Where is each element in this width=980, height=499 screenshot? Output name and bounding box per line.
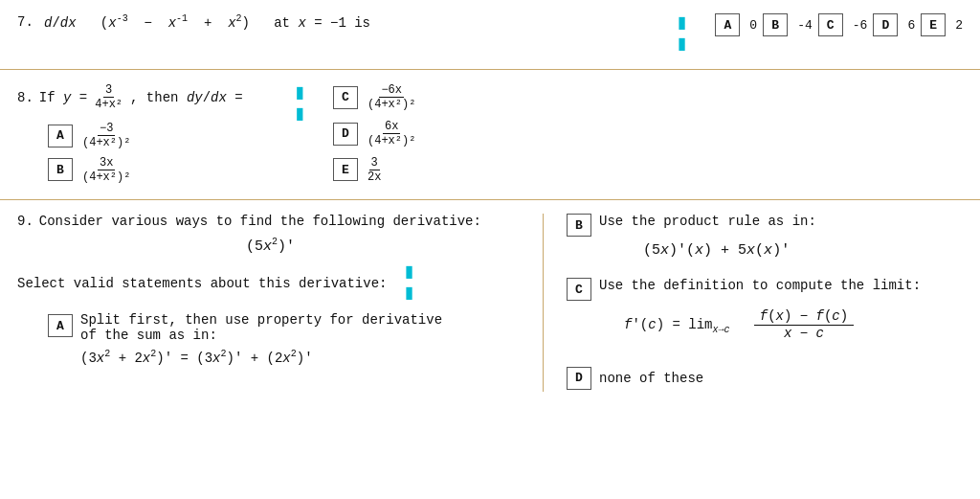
q9-d-text: none of these: [599, 371, 703, 386]
q8-d-denom: (4+x²)²: [366, 134, 417, 147]
question-9: 9. Consider various ways to find the fol…: [0, 200, 980, 405]
q9-answer-row-d: D none of these: [567, 367, 963, 392]
q9-c-fraction: f(x) − f(c) x − c: [754, 308, 854, 342]
answer-box-b[interactable]: B: [763, 13, 788, 36]
question-8: 8. If y = 3 4+x² , then dy/dx = A −3 (4+…: [0, 70, 980, 200]
q8-c-denom: (4+x²)²: [366, 98, 417, 111]
q8-frac-denom: 4+x²: [93, 98, 124, 111]
q8-c-numer: −6x: [379, 83, 404, 98]
q8-answer-box-d[interactable]: D: [333, 123, 358, 146]
q9-answer-box-b[interactable]: B: [567, 214, 591, 237]
answer-row-d: D 6: [873, 13, 915, 36]
q8-answer-box-e[interactable]: E: [333, 158, 358, 181]
q9-answer-box-d[interactable]: D: [567, 367, 591, 390]
answer-value-b: -4: [797, 18, 813, 33]
answer-value-e: 2: [955, 18, 963, 33]
question-7: 7. d/dx (x-3 − x-1 + x2) at x = −1 is ▮ …: [0, 0, 980, 70]
q8-right-answers: C −6x (4+x²)² D 6x (4+x²)² E 3 2x: [333, 83, 754, 186]
q8-answer-box-a[interactable]: A: [48, 125, 73, 147]
q8-d-fraction: 6x (4+x²)²: [366, 120, 417, 148]
q9-answer-box-c[interactable]: C: [567, 278, 591, 301]
q9-c-row: C Use the definition to compute the limi…: [567, 278, 963, 301]
q8-number: 8.: [17, 90, 33, 105]
q8-answer-row-a: A −3 (4+x²)²: [48, 122, 266, 150]
answer-value-d: 6: [907, 18, 915, 33]
q8-answer-row-d: D 6x (4+x²)²: [333, 120, 754, 148]
answer-value-c: -6: [853, 18, 868, 33]
q8-answer-row-b: B 3x (4+x²)²: [48, 156, 266, 185]
q9-bracket-bot: ▮: [403, 284, 415, 305]
q8-text: If y =: [39, 90, 87, 105]
q9-c-frac-denom: x − c: [778, 326, 830, 342]
q9-answer-box-a[interactable]: A: [48, 314, 73, 337]
q9-c-frac-numer: f(x) − f(c): [754, 308, 854, 326]
q8-answer-box-c[interactable]: C: [333, 86, 358, 109]
q8-bracket-top: ▮: [293, 83, 305, 104]
q8-a-denom: (4+x²)²: [80, 136, 132, 149]
answer-box-d[interactable]: D: [873, 13, 898, 36]
q8-e-fraction: 3 2x: [366, 156, 383, 185]
q8-e-numer: 3: [369, 156, 380, 170]
q9-a-math: (3x2 + 2x2)′ = (3x2)′ + (2x2)′: [80, 349, 444, 366]
bracket-top-icon: ▮: [676, 13, 688, 34]
q9-left: 9. Consider various ways to find the fol…: [17, 214, 535, 392]
q8-bracket: ▮ ▮: [285, 83, 314, 125]
answer-row-a: A 0: [715, 13, 757, 36]
answer-row-e: E 2: [921, 13, 963, 36]
q9-answer-row-b: B Use the product rule as in: (5x)′(x) +…: [567, 214, 963, 259]
q8-c-fraction: −6x (4+x²)²: [366, 83, 417, 112]
q9-answer-row-c: C Use the definition to compute the limi…: [567, 278, 963, 342]
q9-left-answers: A Split first, then use property for der…: [17, 312, 523, 372]
q9-derivative: (5x2)′: [17, 237, 523, 255]
q8-b-numer: 3x: [98, 156, 115, 170]
q7-bracket: ▮ ▮: [667, 13, 696, 56]
q9-a-text: Split first, then use property for deriv…: [80, 312, 442, 343]
answer-box-a[interactable]: A: [715, 13, 740, 36]
answer-value-a: 0: [749, 18, 757, 33]
q9-answer-row-a: A Split first, then use property for der…: [48, 312, 523, 372]
q8-a-numer: −3: [98, 122, 115, 136]
q8-fraction: 3 4+x²: [93, 83, 124, 112]
q9-a-content: Split first, then use property for deriv…: [80, 312, 444, 372]
q8-b-denom: (4+x²)²: [80, 170, 132, 184]
q8-answer-row-c: C −6x (4+x²)²: [333, 83, 754, 112]
q9-b-text: Use the product rule as in:: [599, 214, 816, 229]
q8-b-fraction: 3x (4+x²)²: [80, 156, 132, 185]
q9-right: B Use the product rule as in: (5x)′(x) +…: [551, 214, 963, 392]
q8-text2: , then dy/dx =: [130, 90, 243, 105]
q9-right-answers: B Use the product rule as in: (5x)′(x) +…: [567, 214, 963, 392]
q7-content: 7. d/dx (x-3 − x-1 + x2) at x = −1 is: [17, 13, 648, 31]
q8-left-answers: A −3 (4+x²)² B 3x (4+x²)²: [17, 122, 266, 187]
q8-answer-box-b[interactable]: B: [48, 158, 73, 181]
answer-row-b: B -4: [763, 13, 813, 36]
answer-box-e[interactable]: E: [921, 13, 946, 36]
q8-left: 8. If y = 3 4+x² , then dy/dx = A −3 (4+…: [17, 83, 266, 186]
q9-bracket: ▮ ▮: [394, 262, 423, 305]
q8-bracket-bot: ▮: [293, 104, 305, 125]
q8-d-numer: 6x: [383, 120, 400, 134]
q8-e-denom: 2x: [366, 170, 383, 184]
q8-a-fraction: −3 (4+x²)²: [80, 122, 132, 150]
q9-text: Consider various ways to find the follow…: [39, 214, 481, 229]
q8-frac-numer: 3: [103, 83, 114, 98]
q7-text: d/dx (x-3 − x-1 + x2) at x = −1 is: [44, 13, 370, 31]
q9-c-text: Use the definition to compute the limit:: [599, 278, 921, 293]
bracket-bot-icon: ▮: [676, 34, 688, 56]
q9-number: 9.: [17, 214, 33, 229]
q9-bracket-top: ▮: [403, 262, 415, 284]
q7-number: 7.: [17, 14, 38, 30]
answer-row-c: C -6: [818, 13, 868, 36]
q8-answer-row-e: E 3 2x: [333, 156, 754, 185]
q9-b-math: (5x)′(x) + 5x(x)′: [643, 242, 963, 259]
q7-answers: A 0 B -4 C -6 D 6 E 2: [715, 13, 963, 38]
q9-select-text: Select valid statements about this deriv…: [17, 276, 387, 291]
q9-c-math: f′(c) = limx→c f(x) − f(c) x − c: [624, 308, 963, 342]
q9-b-row: B Use the product rule as in:: [567, 214, 963, 237]
column-divider: [543, 214, 544, 392]
answer-box-c[interactable]: C: [818, 13, 843, 36]
q9-d-row: D none of these: [567, 367, 963, 390]
